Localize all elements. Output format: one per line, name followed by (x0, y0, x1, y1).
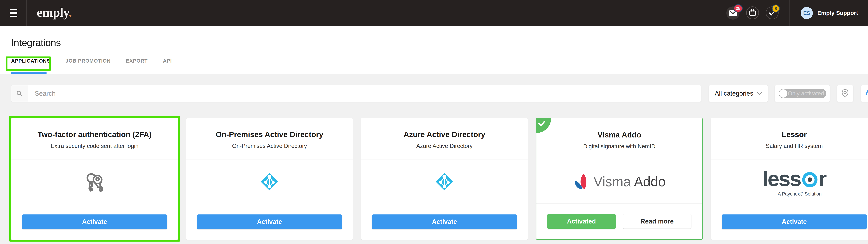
page-title: Integrations (11, 37, 61, 48)
location-pin-icon (841, 89, 849, 98)
checkmark-icon (538, 120, 545, 127)
page-header: Integrations APPLICATIONS JOB PROMOTION … (0, 26, 868, 74)
category-filter-dropdown[interactable]: All categories (709, 85, 768, 102)
card-actions: Activated Read more (536, 204, 702, 239)
card-logo-area (361, 160, 528, 204)
toggle-label: Only activated (787, 90, 826, 97)
card-actions: Activate (11, 204, 178, 240)
lessor-wordmark: less r (763, 167, 826, 191)
activate-button[interactable]: Activate (22, 214, 167, 229)
card-title: Lessor (718, 130, 868, 139)
category-filter-value: All categories (715, 90, 753, 97)
azure-active-directory-icon (433, 171, 455, 193)
card-title: Azure Active Directory (368, 130, 521, 139)
card-logo-area: less r A Paychex® Solution (711, 160, 868, 204)
active-directory-icon (258, 171, 280, 193)
integration-card-grid: Two-factor authentication (2FA) Extra se… (11, 118, 868, 240)
tab-export[interactable]: EXPORT (126, 58, 148, 64)
card-azure-active-directory: Azure Active Directory Azure Active Dire… (361, 118, 528, 240)
card-header: Visma Addo Digital signature with NemID (536, 118, 702, 160)
top-bar: emply. 28 8 ES Emply Support (0, 0, 868, 26)
topbar-divider (26, 0, 27, 26)
card-logo-area: VismaAddo (536, 160, 702, 204)
activity-log-button[interactable] (861, 85, 868, 102)
lessor-logo: less r A Paychex® Solution (763, 167, 826, 197)
card-visma-addo: Visma Addo Digital signature with NemID … (536, 118, 703, 240)
visma-mark-icon (573, 173, 589, 190)
search-bar (11, 85, 701, 102)
card-logo-area (11, 160, 178, 204)
lessor-o-icon (802, 172, 818, 188)
only-activated-toggle[interactable]: Only activated (775, 85, 830, 102)
activate-button[interactable]: Activate (722, 214, 867, 229)
activate-button[interactable]: Activate (197, 214, 342, 229)
card-actions: Activate (186, 204, 353, 240)
toggle-knob[interactable] (779, 89, 787, 98)
search-icon (16, 90, 23, 97)
topbar-divider (863, 0, 863, 26)
tab-bar: APPLICATIONS JOB PROMOTION EXPORT API (11, 58, 172, 64)
card-title: Visma Addo (544, 131, 695, 139)
keys-icon (84, 171, 105, 193)
card-subtitle: Azure Active Directory (368, 143, 521, 149)
activate-button[interactable]: Activate (372, 214, 517, 229)
active-tab-indicator (11, 72, 46, 74)
toggle-pill[interactable]: Only activated (779, 89, 826, 98)
user-name[interactable]: Emply Support (817, 0, 858, 26)
calendar-icon (749, 9, 756, 16)
card-header: Lessor Salary and HR system (711, 118, 868, 160)
tasks-badge: 8 (772, 4, 780, 12)
search-icon-box (11, 85, 28, 102)
card-actions: Activate (711, 204, 868, 240)
card-logo-area (186, 160, 353, 204)
card-subtitle: On-Premises Active Directory (193, 143, 346, 149)
card-header: Azure Active Directory Azure Active Dire… (361, 118, 528, 160)
tab-job-promotion[interactable]: JOB PROMOTION (66, 58, 111, 64)
location-filter-button[interactable] (837, 85, 854, 102)
hamburger-menu-icon[interactable] (10, 9, 18, 17)
activated-button[interactable]: Activated (547, 214, 616, 229)
card-header: On-Premises Active Directory On-Premises… (186, 118, 353, 160)
card-subtitle: Salary and HR system (718, 143, 868, 149)
calendar-button[interactable] (746, 6, 759, 19)
mail-badge: 28 (734, 4, 743, 12)
tab-applications[interactable]: APPLICATIONS (11, 58, 50, 64)
card-subtitle: Extra security code sent after login (18, 143, 171, 149)
visma-addo-logo: VismaAddo (573, 173, 665, 190)
chevron-down-icon (757, 92, 762, 95)
tab-api[interactable]: API (163, 58, 172, 64)
user-avatar[interactable]: ES (801, 7, 813, 19)
card-two-factor-authentication: Two-factor authentication (2FA) Extra se… (11, 118, 178, 240)
card-title: Two-factor authentication (2FA) (18, 130, 171, 139)
card-on-premises-active-directory: On-Premises Active Directory On-Premises… (186, 118, 353, 240)
card-lessor: Lessor Salary and HR system less r A Pay… (711, 118, 868, 240)
emply-logo[interactable]: emply. (37, 5, 72, 20)
lessor-tagline: A Paychex® Solution (763, 191, 822, 197)
read-more-button[interactable]: Read more (623, 214, 692, 229)
mail-button[interactable]: 28 (726, 6, 740, 20)
card-subtitle: Digital signature with NemID (544, 143, 695, 150)
topbar-divider (789, 0, 789, 26)
card-actions: Activate (361, 204, 528, 240)
integrations-page: emply. 28 8 ES Emply Support (0, 0, 868, 244)
visma-addo-wordmark: VismaAddo (593, 174, 665, 190)
tasks-button[interactable]: 8 (766, 6, 779, 19)
card-header: Two-factor authentication (2FA) Extra se… (11, 118, 178, 160)
card-title: On-Premises Active Directory (193, 130, 346, 139)
search-input[interactable] (28, 85, 701, 102)
pulse-icon (865, 89, 868, 98)
